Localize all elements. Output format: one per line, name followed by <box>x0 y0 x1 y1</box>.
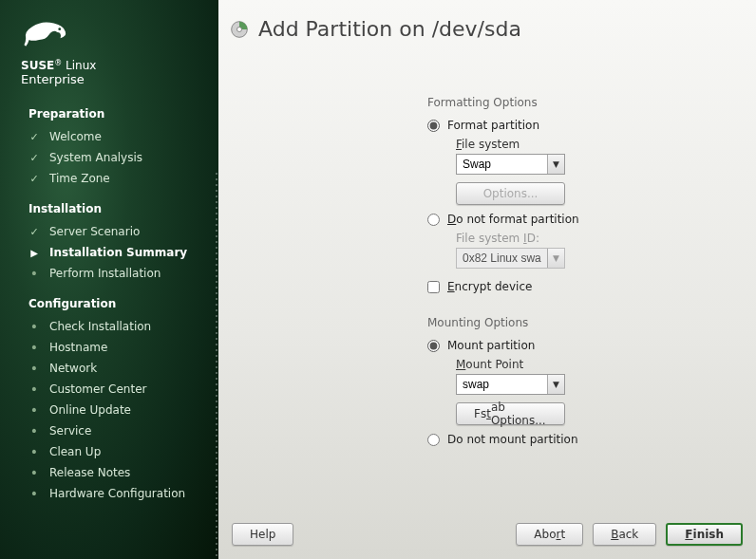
sidebar-item-hardware-configuration: •Hardware Configuration <box>0 483 218 504</box>
partition-icon <box>230 20 249 39</box>
fstab-options-button[interactable]: Fstab Options... <box>456 402 565 425</box>
sidebar-item-network: •Network <box>0 358 218 379</box>
encrypt-label: Encrypt device <box>447 280 532 293</box>
section-configuration: Configuration <box>0 284 218 316</box>
sidebar-item-system-analysis: ✓System Analysis <box>0 147 218 168</box>
sidebar-item-hostname: •Hostname <box>0 337 218 358</box>
section-preparation: Preparation <box>0 94 218 126</box>
mountpoint-label: Mount Point <box>456 358 718 371</box>
abort-button[interactable]: Abort <box>516 523 583 546</box>
svg-point-1 <box>58 28 61 30</box>
fsid-label: File system ID: <box>456 232 718 245</box>
no-mount-option[interactable]: Do not mount partition <box>256 433 718 446</box>
content: Formatting Options Format partition File… <box>218 48 756 513</box>
header: Add Partition on /dev/sda <box>218 0 756 48</box>
filesystem-value[interactable] <box>457 155 547 174</box>
back-button[interactable]: Back <box>593 523 656 546</box>
chevron-down-icon: ▼ <box>547 249 564 268</box>
mountpoint-value[interactable] <box>457 375 547 394</box>
finish-button[interactable]: Finish <box>666 523 743 546</box>
chevron-down-icon[interactable]: ▼ <box>547 155 564 174</box>
bullet-icon: • <box>28 426 40 436</box>
sidebar-item-clean-up: •Clean Up <box>0 441 218 462</box>
bullet-icon: • <box>28 269 40 278</box>
sidebar-item-time-zone: ✓Time Zone <box>0 168 218 189</box>
bullet-icon: • <box>28 489 40 498</box>
sidebar-item-service: •Service <box>0 420 218 441</box>
mount-partition-option[interactable]: Mount partition <box>256 339 718 352</box>
options-button[interactable]: Options... <box>456 182 565 205</box>
sidebar: SUSE® Linux Enterprise Preparation ✓Welc… <box>0 0 218 559</box>
encrypt-option[interactable]: Encrypt device <box>256 280 718 293</box>
chevron-down-icon[interactable]: ▼ <box>547 375 564 394</box>
no-mount-radio[interactable] <box>427 434 440 446</box>
logo-area: SUSE® Linux Enterprise <box>0 14 218 94</box>
bullet-icon: • <box>28 384 40 394</box>
bullet-icon: • <box>28 363 40 373</box>
bullet-icon: • <box>28 468 40 477</box>
fsid-value <box>457 249 547 268</box>
filesystem-label: File system <box>456 138 718 151</box>
sidebar-item-installation-summary: ▶Installation Summary <box>0 242 218 263</box>
mount-partition-radio[interactable] <box>427 340 440 352</box>
svg-point-3 <box>237 27 242 31</box>
mount-partition-label: Mount partition <box>447 339 535 352</box>
footer: Help Abort Back Finish <box>218 513 756 559</box>
no-format-option[interactable]: Do not format partition <box>256 213 718 226</box>
no-format-label: Do not format partition <box>447 213 579 226</box>
check-icon: ✓ <box>28 152 40 164</box>
sidebar-item-customer-center: •Customer Center <box>0 379 218 400</box>
sidebar-item-server-scenario: ✓Server Scenario <box>0 221 218 242</box>
sidebar-item-online-update: •Online Update <box>0 400 218 420</box>
page-title: Add Partition on /dev/sda <box>258 17 521 41</box>
main-panel: Add Partition on /dev/sda Formatting Opt… <box>218 0 756 559</box>
check-icon: ✓ <box>28 226 40 238</box>
sidebar-item-release-notes: •Release Notes <box>0 462 218 483</box>
format-partition-option[interactable]: Format partition <box>256 119 718 132</box>
formatting-section-label: Formatting Options <box>256 96 718 109</box>
bullet-icon: • <box>28 343 40 352</box>
fsid-combo: ▼ <box>456 248 565 269</box>
brand-line1: SUSE® Linux <box>21 59 204 72</box>
format-partition-radio[interactable] <box>427 120 440 132</box>
no-format-radio[interactable] <box>427 214 440 226</box>
brand-line2: Enterprise <box>21 72 204 86</box>
help-button[interactable]: Help <box>232 523 293 546</box>
suse-chameleon-icon <box>21 14 70 52</box>
format-partition-label: Format partition <box>447 119 539 132</box>
bullet-icon: • <box>28 447 40 457</box>
encrypt-checkbox[interactable] <box>427 281 440 293</box>
sidebar-item-perform-installation: •Perform Installation <box>0 263 218 284</box>
bullet-icon: • <box>28 322 40 331</box>
section-installation: Installation <box>0 189 218 221</box>
no-mount-label: Do not mount partition <box>447 433 578 446</box>
filesystem-combo[interactable]: ▼ <box>456 154 565 175</box>
mountpoint-combo[interactable]: ▼ <box>456 374 565 395</box>
check-icon: ✓ <box>28 131 40 143</box>
sidebar-item-check-installation: •Check Installation <box>0 316 218 337</box>
sidebar-item-welcome: ✓Welcome <box>0 126 218 147</box>
check-icon: ✓ <box>28 173 40 185</box>
arrow-right-icon: ▶ <box>28 248 40 258</box>
bullet-icon: • <box>28 405 40 415</box>
mounting-section-label: Mounting Options <box>256 316 718 329</box>
sidebar-divider-dots <box>215 171 218 559</box>
